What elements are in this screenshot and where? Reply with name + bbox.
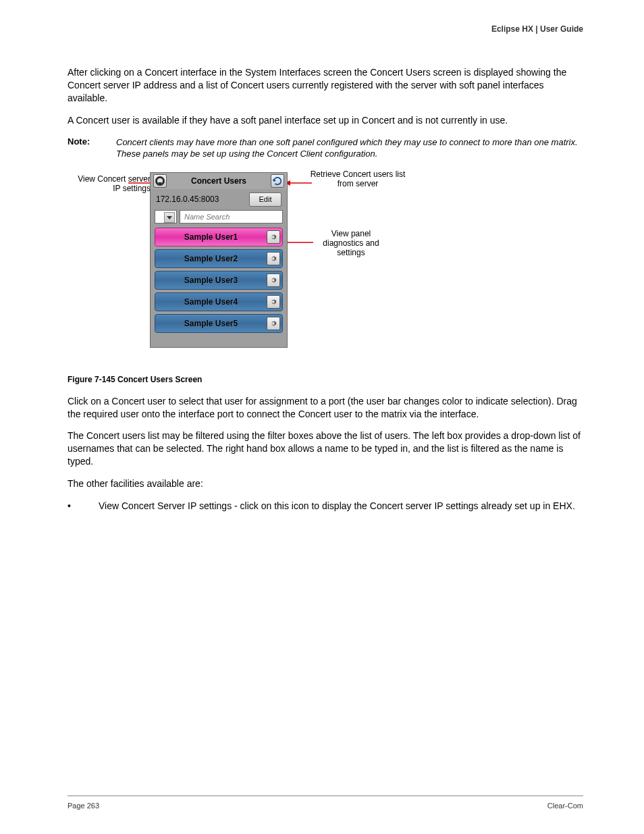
body-paragraph-5: The Concert users list may be filtered u… (68, 429, 583, 468)
callout-retrieve-users: Retrieve Concert users list from server (307, 170, 408, 189)
arrow-r1 (285, 179, 312, 187)
server-address-row: 172.16.0.45:8003 Edit (151, 189, 287, 210)
user-settings-button[interactable] (267, 273, 280, 287)
user-row-selected[interactable]: Sample User1 (155, 228, 283, 246)
page-header: Eclipse HX | User Guide (491, 24, 583, 34)
page-footer: Page 263 Clear-Com (68, 796, 583, 810)
gear-icon (269, 298, 277, 306)
user-settings-button[interactable] (267, 317, 280, 330)
body-paragraph-2: A Concert user is available if they have… (68, 114, 583, 127)
figure-caption: Figure 7-145 Concert Users Screen (68, 375, 583, 384)
gear-icon (269, 319, 277, 328)
note-label: Note: (68, 136, 97, 147)
gear-icon (269, 276, 277, 284)
body-paragraph-4: Click on a Concert user to select that u… (68, 395, 583, 421)
bullet-item-1: • View Concert Server IP settings - clic… (68, 500, 583, 513)
footer-right: Clear-Com (547, 802, 583, 810)
note-block: Note: Concert clients may have more than… (68, 136, 583, 160)
bullet-marker: • (68, 500, 99, 513)
user-settings-button[interactable] (267, 295, 280, 309)
panel-title: Concert Users (167, 176, 271, 186)
panel-header: Concert Users (151, 173, 287, 189)
gear-icon (269, 233, 277, 241)
refresh-icon (273, 176, 282, 186)
refresh-users-button[interactable] (271, 174, 284, 188)
concert-users-panel: Concert Users 172.16.0.45:8003 Edit Sam (150, 172, 288, 348)
user-filter-dropdown[interactable] (155, 210, 177, 224)
edit-button[interactable]: Edit (249, 192, 281, 207)
note-text: Concert clients may have more than one s… (116, 136, 583, 160)
callout-view-diagnostics: View panel diagnostics and settings (311, 229, 392, 258)
server-ip-info-button[interactable] (153, 174, 167, 188)
info-icon (155, 176, 165, 186)
bullet-text: View Concert Server IP settings - click … (99, 500, 575, 513)
body-paragraph-6: The other facilities available are: (68, 477, 583, 490)
user-settings-button[interactable] (267, 230, 280, 244)
name-search-input[interactable] (180, 210, 283, 224)
header-line1: Eclipse HX | User Guide (491, 24, 583, 34)
user-row[interactable]: Sample User4 (155, 292, 283, 311)
user-name: Sample User2 (155, 254, 267, 263)
user-name: Sample User1 (155, 232, 267, 242)
user-name: Sample User3 (155, 276, 267, 285)
user-row[interactable]: Sample User5 (155, 314, 283, 333)
body-paragraph-1: After clicking on a Concert interface in… (68, 66, 583, 105)
server-address: 172.16.0.45:8003 (156, 194, 249, 204)
footer-left: Page 263 (68, 802, 99, 810)
user-name: Sample User5 (155, 319, 267, 328)
user-list: Sample User1 Sample User2 Sample User3 (151, 228, 287, 333)
user-settings-button[interactable] (267, 252, 280, 265)
user-row[interactable]: Sample User3 (155, 271, 283, 290)
search-row (151, 210, 287, 228)
gear-icon (269, 255, 277, 263)
figure-concert-users: View Concert server IP settings Retrieve… (68, 170, 587, 365)
user-name: Sample User4 (155, 297, 267, 307)
user-row[interactable]: Sample User2 (155, 249, 283, 268)
